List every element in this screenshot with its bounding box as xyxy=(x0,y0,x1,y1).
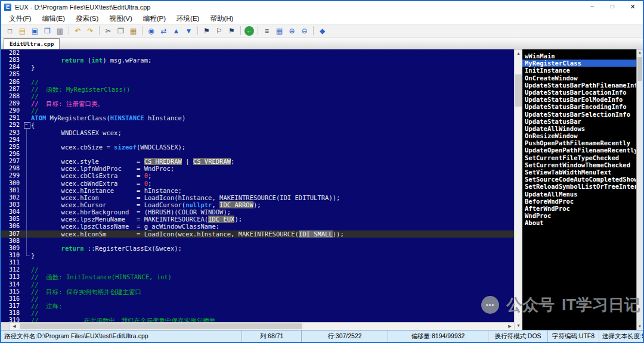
code-line-296[interactable]: 296 xyxy=(1,151,514,158)
environment-icon[interactable]: ◆ xyxy=(317,26,328,36)
code-line-286[interactable]: 286// xyxy=(1,79,514,86)
code-line-312[interactable]: 312// xyxy=(1,266,514,273)
vertical-scroll-thumb[interactable] xyxy=(515,74,522,107)
line-number[interactable]: 288 xyxy=(1,93,23,100)
line-number[interactable]: 313 xyxy=(1,273,23,280)
code-line-289[interactable]: 289// 目标: 注册窗口类。 xyxy=(1,100,514,107)
code-line-310[interactable]: 310} xyxy=(1,252,514,259)
code-line-319[interactable]: 319// 在此函数中，我们在全局变量中保存实例句柄并 xyxy=(1,317,514,322)
line-number[interactable]: 308 xyxy=(1,238,23,245)
code-area[interactable]: 282283 return (int) msg.wParam;284}28528… xyxy=(1,49,514,322)
line-number[interactable]: 286 xyxy=(1,79,23,86)
close-button[interactable]: ✕ xyxy=(623,1,643,13)
line-number[interactable]: 283 xyxy=(1,57,23,64)
fold-marker-icon[interactable]: − xyxy=(23,121,31,129)
code-line-287[interactable]: 287// 函数: MyRegisterClass() xyxy=(1,86,514,93)
code-line-303[interactable]: 303 wcex.hCursor = LoadCursor(nullptr, I… xyxy=(1,201,514,208)
line-number[interactable]: 289 xyxy=(1,100,23,107)
horizontal-scrollbar[interactable]: ◀ ▶ xyxy=(1,322,514,330)
function-list-item-UpdateStatusBar[interactable]: UpdateStatusBar xyxy=(522,118,636,125)
code-line-297[interactable]: 297 wcex.style = CS_HREDRAW | CS_VREDRAW… xyxy=(1,158,514,165)
line-number[interactable]: 315 xyxy=(1,288,23,295)
function-list-item-UpdateStatusBarPathFilenameInfo[interactable]: UpdateStatusBarPathFilenameInfo xyxy=(522,82,636,89)
line-number[interactable]: 311 xyxy=(1,259,23,266)
menu-help[interactable]: 帮助(H) xyxy=(205,13,239,24)
function-list-item-OnCreateWindow[interactable]: OnCreateWindow xyxy=(522,74,636,82)
code-line-294[interactable]: 294 xyxy=(1,136,514,144)
toggle-bookmark-icon[interactable]: ⚑ xyxy=(201,26,212,36)
function-list-item-SetReloadSymbolListOrTreeInterva[interactable]: SetReloadSymbolListOrTreeInterva xyxy=(522,183,636,190)
horizontal-scroll-track[interactable] xyxy=(18,323,506,330)
code-line-317[interactable]: 317// 注释: xyxy=(1,303,514,310)
line-number[interactable]: 285 xyxy=(1,71,23,78)
code-line-284[interactable]: 284} xyxy=(1,64,514,71)
function-list-item-UpdateStatusBarSelectionInfo[interactable]: UpdateStatusBarSelectionInfo xyxy=(522,111,636,118)
function-list-item-MyRegisterClass[interactable]: MyRegisterClass xyxy=(522,60,636,67)
menu-search[interactable]: 搜索(S) xyxy=(70,13,104,24)
code-line-291[interactable]: 291ATOM MyRegisterClass(HINSTANCE hInsta… xyxy=(1,114,514,121)
line-number[interactable]: 291 xyxy=(1,114,23,121)
function-list-item-SetCurrentWindowThemeChecked[interactable]: SetCurrentWindowThemeChecked xyxy=(522,161,636,169)
code-line-283[interactable]: 283 return (int) msg.wParam; xyxy=(1,57,514,64)
code-line-305[interactable]: 305 wcex.lpszMenuName = MAKEINTRESOURCEA… xyxy=(1,216,514,223)
code-line-311[interactable]: 311 xyxy=(1,259,514,266)
scroll-down-icon[interactable]: ▼ xyxy=(637,323,643,330)
function-list-item-wWinMain[interactable]: wWinMain xyxy=(522,52,636,60)
symbol-list-icon[interactable]: ≡ xyxy=(261,26,273,36)
vertical-scroll-track[interactable] xyxy=(515,58,522,322)
menu-environment[interactable]: 环境(E) xyxy=(171,13,205,24)
line-number[interactable]: 294 xyxy=(1,136,23,144)
function-list-scroll-thumb[interactable] xyxy=(637,57,642,81)
code-line-316[interactable]: 316// xyxy=(1,295,514,303)
horizontal-scroll-thumb[interactable] xyxy=(20,323,302,329)
line-number[interactable]: 287 xyxy=(1,86,23,93)
line-number[interactable]: 314 xyxy=(1,281,23,288)
line-number[interactable]: 295 xyxy=(1,144,23,151)
function-list-item-UpdateStatusBarEncodingInfo[interactable]: UpdateStatusBarEncodingInfo xyxy=(522,103,636,110)
code-line-307[interactable]: 307 wcex.hIconSm = LoadIcon(wcex.hInstan… xyxy=(1,230,514,238)
function-list-scroll-track[interactable] xyxy=(637,56,643,323)
navigate-back-icon[interactable]: ← xyxy=(244,26,254,36)
line-number[interactable]: 310 xyxy=(1,252,23,259)
paste-icon[interactable]: ▦ xyxy=(128,26,139,36)
new-file-icon[interactable]: □ xyxy=(4,26,16,36)
line-number[interactable]: 300 xyxy=(1,180,23,187)
function-list-item-BeforeWndProc[interactable]: BeforeWndProc xyxy=(522,198,636,205)
function-list-scrollbar[interactable]: ▲ ▼ xyxy=(636,49,643,330)
function-list-item-UpdateOpenPathFilenameRecently[interactable]: UpdateOpenPathFilenameRecently xyxy=(522,146,636,154)
function-list-item-UpdateStatusBarLocationInfo[interactable]: UpdateStatusBarLocationInfo xyxy=(522,89,636,96)
menu-view[interactable]: 视图(V) xyxy=(104,13,137,24)
function-list-item-UpdateStatusBarEolModeInfo[interactable]: UpdateStatusBarEolModeInfo xyxy=(522,96,636,103)
replace-icon[interactable]: ⇄ xyxy=(158,26,169,36)
zoom-out-icon[interactable]: ⊖ xyxy=(299,26,310,36)
line-number[interactable]: 319 xyxy=(1,317,23,322)
save-all-icon[interactable]: ❐ xyxy=(42,26,53,36)
find-icon[interactable]: ◉ xyxy=(145,26,157,36)
line-number[interactable]: 307 xyxy=(1,230,23,238)
zoom-in-icon[interactable]: ⊕ xyxy=(286,26,298,36)
line-number[interactable]: 292 xyxy=(1,121,23,129)
code-line-290[interactable]: 290// xyxy=(1,107,514,114)
code-line-292[interactable]: 292−{ xyxy=(1,121,514,129)
function-list-item-AfterWndProc[interactable]: AfterWndProc xyxy=(522,205,636,212)
line-number[interactable]: 299 xyxy=(1,172,23,179)
menu-program[interactable]: 编程(P) xyxy=(138,13,171,24)
line-number[interactable]: 316 xyxy=(1,295,23,303)
code-line-314[interactable]: 314// xyxy=(1,281,514,288)
menu-file[interactable]: 文件(F) xyxy=(4,13,37,24)
vertical-scrollbar[interactable]: ▲ ▼ xyxy=(514,49,522,330)
code-line-299[interactable]: 299 wcex.cbClsExtra = 0; xyxy=(1,172,514,179)
print-icon[interactable]: ▥ xyxy=(54,26,66,36)
function-list-item-InitInstance[interactable]: InitInstance xyxy=(522,67,636,74)
code-line-300[interactable]: 300 wcex.cbWndExtra = 0; xyxy=(1,180,514,187)
scroll-down-icon[interactable]: ▼ xyxy=(515,322,522,330)
function-list-item-UpdateAllWindows[interactable]: UpdateAllWindows xyxy=(522,125,636,132)
code-line-318[interactable]: 318// xyxy=(1,310,514,317)
line-number[interactable]: 296 xyxy=(1,151,23,158)
scroll-right-icon[interactable]: ▶ xyxy=(506,323,514,330)
code-line-298[interactable]: 298 wcex.lpfnWndProc = WndProc; xyxy=(1,165,514,172)
line-number[interactable]: 304 xyxy=(1,208,23,216)
scroll-left-icon[interactable]: ◀ xyxy=(10,323,18,330)
scroll-up-icon[interactable]: ▲ xyxy=(515,49,522,58)
line-number[interactable]: 297 xyxy=(1,158,23,165)
